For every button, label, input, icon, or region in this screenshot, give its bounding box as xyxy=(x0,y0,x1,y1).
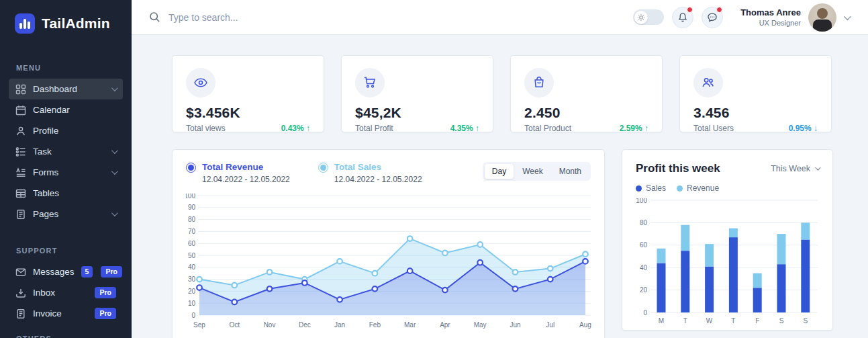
sidebar-item-forms[interactable]: Forms xyxy=(9,162,123,183)
chevron-down-icon xyxy=(111,85,118,91)
section-label-others: OTHERS xyxy=(0,335,132,338)
revenue-chart-card: Total Revenue 12.04.2022 - 12.05.2022 To… xyxy=(172,149,605,338)
stat-card-total-profit: $45,2K Total Profit 4.35% ↑ xyxy=(341,55,493,132)
search-input[interactable] xyxy=(168,12,383,23)
svg-text:F: F xyxy=(755,317,759,325)
messages-button[interactable] xyxy=(702,7,723,28)
trend-up-icon: ↑ xyxy=(644,124,648,133)
svg-text:Dec: Dec xyxy=(299,321,311,329)
trend-up-icon: ↑ xyxy=(306,124,310,133)
user-name: Thomas Anree xyxy=(740,7,801,17)
svg-text:40: 40 xyxy=(188,263,196,271)
sidebar-item-dashboard[interactable]: Dashboard xyxy=(9,79,123,99)
pro-badge: Pro xyxy=(95,287,116,298)
sidebar-item-label: Inbox xyxy=(33,288,88,298)
svg-text:40: 40 xyxy=(640,264,648,271)
svg-text:S: S xyxy=(779,317,784,325)
eye-icon xyxy=(193,75,208,90)
notifications-button[interactable] xyxy=(672,7,693,28)
data-point xyxy=(548,277,553,282)
sales-bar xyxy=(753,288,762,312)
legend-dot-icon xyxy=(677,185,683,192)
data-point xyxy=(197,285,202,290)
data-point xyxy=(302,280,307,286)
pro-badge: Pro xyxy=(101,266,122,278)
svg-text:60: 60 xyxy=(640,241,648,249)
task-icon xyxy=(15,146,26,157)
svg-text:T: T xyxy=(731,317,735,325)
svg-text:0: 0 xyxy=(643,309,647,316)
pro-badge: Pro xyxy=(95,308,116,319)
series-name: Total Sales xyxy=(334,162,422,172)
svg-text:Jan: Jan xyxy=(334,321,345,329)
stat-delta: 0.43% xyxy=(281,124,304,133)
svg-text:Oct: Oct xyxy=(229,321,240,329)
sidebar-item-invoice[interactable]: Invoice Pro xyxy=(9,303,123,324)
sidebar-item-pages[interactable]: Pages xyxy=(9,204,123,224)
data-point xyxy=(477,260,483,265)
avatar xyxy=(808,3,836,32)
sidebar-item-tables[interactable]: Tables xyxy=(9,183,123,204)
bell-icon xyxy=(677,12,688,23)
svg-text:Jun: Jun xyxy=(510,321,520,329)
data-point xyxy=(477,242,483,247)
range-button-week[interactable]: Week xyxy=(515,164,550,179)
week-select-value: This Week xyxy=(771,164,810,173)
radio-icon xyxy=(318,163,328,173)
range-button-month[interactable]: Month xyxy=(552,164,589,179)
sidebar-item-label: Task xyxy=(33,146,105,157)
data-point xyxy=(442,288,448,293)
sidebar-item-label: Calendar xyxy=(33,105,116,115)
revenue-bar xyxy=(729,228,738,237)
messages-count-badge: 5 xyxy=(81,266,93,278)
svg-text:20: 20 xyxy=(640,286,648,294)
sidebar: TailAdmin MENU Dashboard Calendar Profil… xyxy=(0,0,132,338)
legend-total-revenue: Total Revenue 12.04.2022 - 12.05.2022 xyxy=(186,162,290,184)
range-button-day[interactable]: Day xyxy=(485,164,514,179)
sidebar-item-label: Pages xyxy=(33,209,105,219)
data-point xyxy=(337,297,342,302)
stat-label: Total Profit xyxy=(355,124,393,133)
sidebar-item-calendar[interactable]: Calendar xyxy=(9,99,123,120)
brand[interactable]: TailAdmin xyxy=(0,0,132,38)
svg-text:Feb: Feb xyxy=(369,321,381,329)
radio-icon xyxy=(186,163,196,173)
sidebar-item-task[interactable]: Task xyxy=(9,141,123,162)
stat-value: 2.450 xyxy=(524,105,648,121)
profit-card-title: Profit this week xyxy=(636,162,720,175)
svg-text:W: W xyxy=(706,317,713,325)
stat-card-total-users: 3.456 Total Users 0.95% ↓ xyxy=(679,55,832,132)
stat-value: $3.456K xyxy=(186,105,310,121)
users-icon xyxy=(701,75,716,90)
svg-text:100: 100 xyxy=(636,198,647,204)
chevron-down-icon xyxy=(815,165,820,170)
sun-icon xyxy=(637,13,645,22)
tables-icon xyxy=(15,188,26,199)
data-point xyxy=(407,236,413,241)
sales-bar xyxy=(801,239,810,312)
svg-text:60: 60 xyxy=(188,240,196,247)
legend-label: Sales xyxy=(646,183,666,193)
data-point xyxy=(197,277,202,282)
sidebar-item-messages[interactable]: Messages 5 Pro xyxy=(9,261,123,282)
week-select-dropdown[interactable]: This Week xyxy=(771,164,819,173)
sidebar-item-inbox[interactable]: Inbox Pro xyxy=(9,282,123,303)
data-point xyxy=(373,271,378,276)
sales-bar xyxy=(681,251,689,312)
user-menu[interactable]: Thomas Anree UX Designer xyxy=(740,3,849,32)
main-content: $3.456K Total views 0.43% ↑ $45,2K Total… xyxy=(132,35,868,338)
profit-bar-chart: 020406080100MTWTFSS xyxy=(636,198,820,327)
section-label-support: SUPPORT xyxy=(0,247,132,255)
stat-delta: 4.35% xyxy=(450,124,473,133)
svg-text:20: 20 xyxy=(188,288,196,295)
chevron-down-icon xyxy=(111,168,118,175)
sidebar-item-profile[interactable]: Profile xyxy=(9,120,123,141)
data-point xyxy=(267,286,273,292)
dark-mode-toggle[interactable] xyxy=(633,9,664,25)
revenue-bar xyxy=(777,234,786,264)
svg-text:May: May xyxy=(474,321,487,329)
svg-text:Aug: Aug xyxy=(579,321,591,329)
data-point xyxy=(442,251,448,256)
svg-text:0: 0 xyxy=(191,312,195,319)
section-label-menu: MENU xyxy=(0,64,132,72)
